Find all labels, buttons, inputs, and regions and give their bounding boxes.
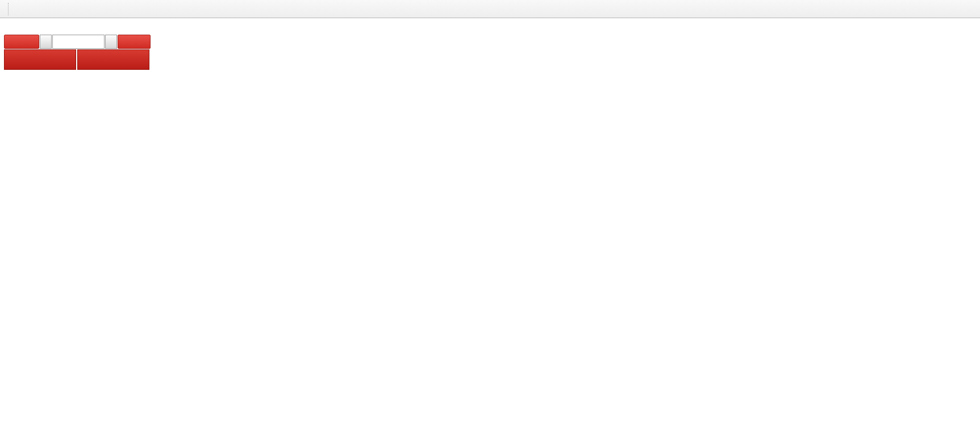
toolbar-separator bbox=[8, 3, 9, 15]
one-click-trade-panel bbox=[4, 35, 151, 70]
mt4-chart-window bbox=[0, 0, 980, 428]
buy-button[interactable] bbox=[118, 35, 151, 49]
volume-increase-button[interactable] bbox=[105, 35, 117, 49]
volume-decrease-button[interactable] bbox=[40, 35, 52, 49]
sell-price-display[interactable] bbox=[4, 49, 76, 70]
toolbar bbox=[0, 0, 980, 18]
buy-price-display[interactable] bbox=[77, 49, 149, 70]
volume-input[interactable] bbox=[52, 35, 105, 49]
sell-button[interactable] bbox=[4, 35, 39, 49]
